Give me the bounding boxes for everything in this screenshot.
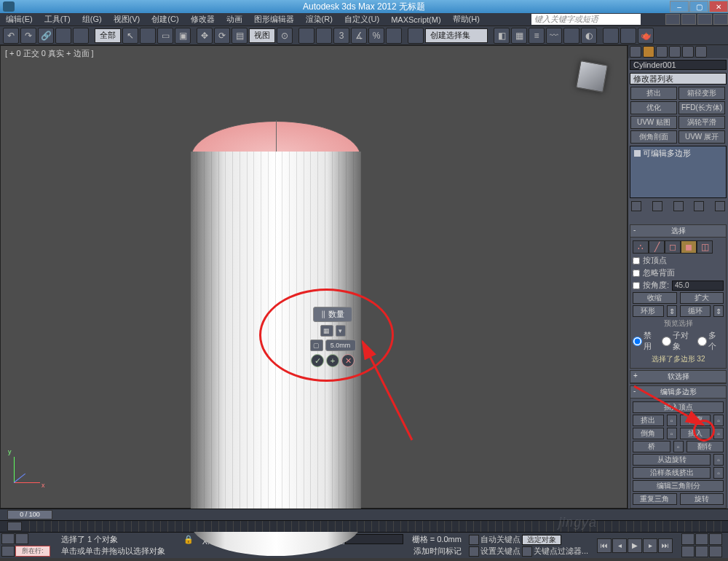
remove-mod-button[interactable] — [694, 201, 704, 211]
rollout-editpoly-header[interactable]: 编辑多边形 — [630, 386, 726, 399]
window-crossing-button[interactable]: ▣ — [175, 28, 191, 44]
inset-settings-button[interactable]: ▫ — [713, 428, 724, 439]
mod-uvwmap[interactable]: UVW 贴图 — [630, 116, 677, 129]
show-end-button[interactable] — [652, 201, 662, 211]
goto-end-button[interactable]: ⏭ — [658, 538, 673, 553]
flip-button[interactable]: 翻转 — [687, 441, 724, 452]
loop-button[interactable]: 循环 — [680, 305, 711, 317]
caddy-type-dropdown[interactable]: ▾ — [336, 325, 346, 337]
mod-ffd[interactable]: FFD(长方体) — [678, 101, 725, 114]
rotate-button[interactable]: ⟳ — [214, 28, 230, 44]
rendersetup-button[interactable] — [603, 28, 619, 44]
renderframe-button[interactable] — [620, 28, 636, 44]
pan-button[interactable] — [695, 546, 708, 557]
mirror-button[interactable]: ◧ — [494, 28, 510, 44]
menu-group[interactable]: 组(G) — [76, 14, 108, 25]
viewcube[interactable] — [570, 55, 614, 98]
mod-lattice[interactable]: 箱径变形 — [678, 87, 725, 100]
select-object-button[interactable]: ↖ — [122, 28, 138, 44]
move-button[interactable]: ✥ — [197, 28, 213, 44]
selection-filter[interactable]: 全部 — [95, 28, 121, 43]
time-slider-handle[interactable]: 0 / 100 — [7, 510, 52, 519]
signin-icon[interactable] — [681, 14, 696, 25]
time-slider[interactable]: 0 / 100 — [0, 509, 728, 520]
keyfilter-button[interactable]: 关键点过滤器... — [534, 546, 588, 557]
preview-multi-radio[interactable] — [697, 337, 707, 346]
menu-views[interactable]: 视图(V) — [108, 14, 146, 25]
caddy-value-input[interactable]: 5.0mm — [325, 340, 356, 351]
caddy-cancel-button[interactable]: ✕ — [341, 354, 355, 367]
goto-start-button[interactable]: ⏮ — [597, 538, 612, 553]
prev-frame-button[interactable]: ◂ — [612, 538, 627, 553]
config-stack-button[interactable] — [715, 201, 725, 211]
setkey-button[interactable]: 设置关键点 — [480, 546, 521, 557]
stack-item-epoly[interactable]: 可编辑多边形 — [631, 147, 725, 160]
inset-button[interactable]: 插入 — [680, 428, 711, 439]
viewport[interactable]: [ + 0 正交 0 真实 + 边面 ] x y ‖ 数量 ▦ ▾ — [0, 45, 628, 509]
turn-button[interactable]: 旋转 — [680, 493, 724, 505]
zoom-button[interactable] — [681, 533, 695, 545]
inset-caddy[interactable]: ‖ 数量 ▦ ▾ ▢ 5.0mm ✓ + ✕ — [306, 307, 359, 367]
stack-toggle-icon[interactable] — [634, 150, 641, 157]
manipulate-button[interactable] — [298, 28, 314, 44]
extrude-spline-settings[interactable]: ▫ — [713, 467, 724, 479]
loop-spin[interactable]: ⇕ — [713, 305, 724, 317]
maximize-button[interactable]: ▢ — [689, 1, 708, 12]
pin-stack-button[interactable] — [631, 201, 641, 211]
anglesnap-button[interactable]: ∡ — [351, 28, 367, 44]
help-icon[interactable] — [713, 14, 728, 25]
align-button[interactable]: ▦ — [511, 28, 527, 44]
subobj-vertex[interactable]: ∴ — [633, 240, 649, 254]
select-rect-button[interactable]: ▭ — [157, 28, 173, 44]
menu-modifiers[interactable]: 修改器 — [185, 14, 221, 25]
script-open-icon[interactable] — [1, 546, 15, 557]
ring-button[interactable]: 环形 — [633, 305, 664, 317]
help-search-input[interactable]: 键入关键字或短语 — [531, 14, 641, 25]
zoom-extents-button[interactable] — [709, 533, 722, 545]
track-bar[interactable] — [0, 520, 728, 532]
fov-button[interactable] — [681, 546, 695, 557]
extrude-spline-button[interactable]: 沿样条线挤出 — [633, 467, 711, 479]
extrude-button[interactable]: 挤出 — [633, 415, 664, 426]
time-tag-button[interactable]: 添加时间标记 — [414, 546, 462, 557]
key-icon[interactable] — [469, 546, 479, 557]
redo-button[interactable]: ↷ — [20, 28, 36, 44]
close-button[interactable]: ✕ — [709, 1, 728, 12]
bevel-settings-button[interactable]: ▫ — [667, 428, 677, 439]
refcoords-combo[interactable]: 视图 — [249, 28, 275, 43]
mod-extrude[interactable]: 挤出 — [630, 87, 677, 100]
setkey-icon[interactable] — [469, 535, 479, 545]
keymode-button[interactable] — [316, 28, 332, 44]
preview-off-radio[interactable] — [633, 337, 642, 346]
rollout-soft-header[interactable]: 软选择 — [630, 371, 726, 383]
mod-unwrap[interactable]: UVW 展开 — [678, 130, 725, 144]
menu-create[interactable]: 创建(C) — [146, 14, 184, 25]
zoom-all-button[interactable] — [695, 533, 708, 545]
subobj-edge[interactable]: ╱ — [649, 240, 665, 254]
mod-bevelprof[interactable]: 倒角剖面 — [630, 130, 677, 144]
menu-edit[interactable]: 编辑(E) — [0, 14, 39, 25]
caddy-ok-button[interactable]: ✓ — [311, 354, 324, 367]
menu-graph[interactable]: 图形编辑器 — [248, 14, 300, 25]
bridge-button[interactable]: 桥 — [633, 441, 670, 452]
snap-button[interactable]: 3 — [333, 28, 349, 44]
menu-maxscript[interactable]: MAXScript(M) — [385, 15, 446, 24]
keymode-combo[interactable]: 选定对象 — [522, 535, 561, 545]
menu-customize[interactable]: 自定义(U) — [339, 14, 385, 25]
pivot-button[interactable]: ⊙ — [277, 28, 293, 44]
outline-settings-button[interactable]: ▫ — [713, 415, 724, 426]
hinge-settings-button[interactable]: ▫ — [713, 454, 724, 466]
hinge-button[interactable]: 从边旋转 — [633, 454, 711, 466]
tab-create[interactable] — [630, 46, 641, 58]
menu-animation[interactable]: 动画 — [221, 14, 248, 25]
menu-help[interactable]: 帮助(H) — [447, 14, 486, 25]
orbit-button[interactable] — [709, 546, 722, 557]
material-button[interactable]: ◐ — [581, 28, 597, 44]
edit-tri-button[interactable]: 编辑三角剖分 — [633, 480, 724, 492]
bind-button[interactable] — [73, 28, 89, 44]
outline-button[interactable]: 轮廓 — [680, 415, 711, 426]
by-vertex-check[interactable] — [633, 257, 640, 264]
menu-render[interactable]: 渲染(R) — [300, 14, 339, 25]
mod-turbo[interactable]: 涡轮平滑 — [678, 116, 725, 129]
minimize-button[interactable]: – — [670, 1, 689, 12]
